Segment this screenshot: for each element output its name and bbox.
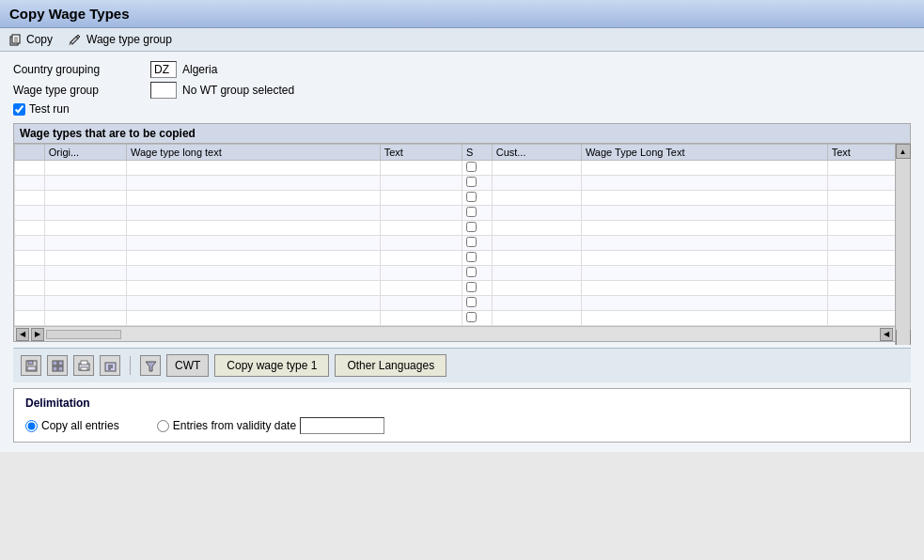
country-grouping-row: Country grouping Algeria [13, 61, 911, 78]
row-checkbox[interactable] [466, 237, 477, 247]
content-area: Country grouping Algeria Wage type group… [0, 52, 924, 452]
delimitation-title: Delimitation [25, 397, 899, 410]
copy-wage-type-button[interactable]: Copy wage type 1 [214, 354, 329, 377]
svg-rect-1 [12, 35, 20, 43]
cwt-button[interactable]: CWT [166, 354, 209, 377]
entries-from-radio[interactable] [157, 420, 169, 432]
copy-label: Copy [26, 33, 53, 46]
separator-1 [130, 356, 131, 375]
h-scroll-track[interactable] [46, 330, 121, 339]
horizontal-scroll[interactable]: ◀ ▶ ◀ ▶ [14, 326, 910, 341]
row-checkbox[interactable] [466, 177, 477, 187]
test-run-row: Test run [13, 102, 911, 116]
bottom-toolbar: CWT Copy wage type 1 Other Languages [13, 348, 911, 382]
svg-rect-11 [53, 366, 57, 371]
tool-btn-5[interactable] [140, 355, 161, 376]
row-checkbox[interactable] [466, 282, 477, 292]
row-checkbox[interactable] [466, 252, 477, 262]
svg-rect-8 [27, 366, 36, 370]
copy-all-option: Copy all entries [25, 419, 119, 432]
table-row [15, 176, 910, 191]
h-scroll-right2-btn[interactable]: ◀ [880, 328, 893, 341]
row-checkbox[interactable] [466, 267, 477, 277]
tool-btn-3[interactable] [73, 355, 94, 376]
svg-line-5 [70, 42, 70, 45]
title-bar: Copy Wage Types [0, 0, 924, 28]
col-wage-long[interactable]: Wage Type Long Text [581, 145, 827, 161]
test-run-checkbox[interactable] [13, 103, 25, 116]
svg-rect-9 [53, 361, 57, 366]
table-row [15, 311, 910, 326]
svg-rect-12 [58, 366, 63, 371]
pencil-icon [68, 32, 83, 47]
table-row [15, 251, 910, 266]
entries-from-label: Entries from validity date [173, 419, 296, 432]
h-scroll-left-btn[interactable]: ◀ [16, 328, 29, 341]
copy-toolbar-item[interactable]: Copy [8, 32, 53, 47]
wage-type-group-label: Wage type group [13, 84, 145, 97]
svg-rect-7 [28, 361, 33, 365]
svg-rect-15 [81, 367, 87, 370]
delimitation-section: Delimitation Copy all entries Entries fr… [13, 388, 911, 443]
tool-btn-2[interactable] [47, 355, 68, 376]
table-row [15, 296, 910, 311]
svg-rect-10 [58, 361, 63, 366]
col-orig[interactable]: Origi... [44, 145, 126, 161]
svg-rect-14 [81, 361, 87, 365]
wage-type-group-label: Wage type group [86, 33, 172, 46]
scroll-up-btn[interactable]: ▲ [896, 144, 911, 159]
entries-from-option: Entries from validity date [157, 417, 384, 434]
wage-type-group-input[interactable] [150, 82, 177, 99]
table-row [15, 161, 910, 176]
table-row [15, 236, 910, 251]
table-row [15, 281, 910, 296]
table-section: Wage types that are to be copied [13, 123, 911, 342]
table-section-title: Wage types that are to be copied [14, 124, 910, 144]
tool-btn-1[interactable] [21, 355, 41, 376]
test-run-label: Test run [29, 102, 70, 116]
delimitation-options: Copy all entries Entries from validity d… [25, 417, 899, 434]
wage-type-group-row: Wage type group No WT group selected [13, 82, 911, 99]
validity-date-input[interactable] [300, 417, 384, 434]
table-row [15, 191, 910, 206]
row-checkbox[interactable] [466, 162, 477, 172]
wage-types-table: Origi... Wage type long text Text S Cust… [14, 144, 910, 326]
col-text[interactable]: Text [380, 145, 462, 161]
row-checkbox[interactable] [466, 312, 477, 322]
table-row [15, 206, 910, 221]
copy-all-label: Copy all entries [41, 419, 119, 432]
table-row [15, 266, 910, 281]
row-checkbox[interactable] [466, 222, 477, 232]
scroll-track [897, 159, 910, 345]
tool-btn-4[interactable] [100, 355, 120, 376]
row-checkbox[interactable] [466, 207, 477, 217]
copy-icon [8, 32, 23, 47]
col-s[interactable]: S [462, 145, 492, 161]
wage-type-group-value: No WT group selected [182, 84, 294, 97]
table-row [15, 221, 910, 236]
wage-type-group-toolbar-item[interactable]: Wage type group [68, 32, 172, 47]
vertical-scrollbar[interactable]: ▲ ▼ [895, 144, 910, 345]
col-cust[interactable]: Cust... [492, 145, 581, 161]
col-selector [15, 145, 45, 161]
copy-all-radio[interactable] [25, 420, 38, 432]
toolbar: Copy Wage type group © www.tutorialkart.… [0, 28, 924, 52]
country-grouping-value: Algeria [182, 63, 217, 76]
row-checkbox[interactable] [466, 297, 477, 307]
page-title: Copy Wage Types [9, 6, 130, 22]
row-checkbox[interactable] [466, 192, 477, 202]
svg-marker-20 [146, 362, 156, 371]
country-grouping-input[interactable] [150, 61, 177, 78]
col-long-text[interactable]: Wage type long text [126, 145, 380, 161]
country-grouping-label: Country grouping [13, 63, 145, 76]
other-languages-button[interactable]: Other Languages [335, 354, 446, 377]
h-scroll-right-btn[interactable]: ▶ [31, 328, 44, 341]
